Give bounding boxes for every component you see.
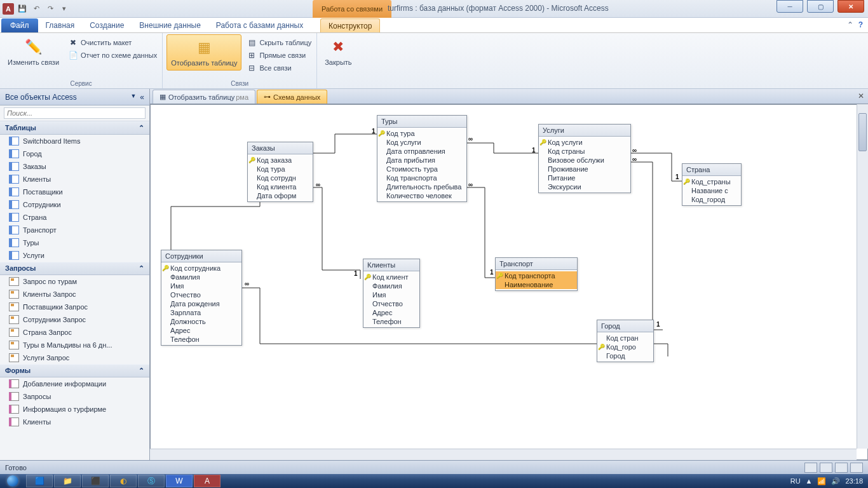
nav-category-tables[interactable]: Таблицы⌃ xyxy=(0,121,149,135)
tray-network-icon[interactable]: 📶 xyxy=(817,477,826,485)
table-field[interactable]: Дата прибытия xyxy=(377,156,466,165)
table-field[interactable]: Код услуги xyxy=(539,138,630,147)
table-field[interactable]: Код транспорта xyxy=(496,271,577,280)
view-button[interactable] xyxy=(804,463,817,473)
hide-table-button[interactable]: ▤Скрыть таблицу xyxy=(245,37,313,48)
table-field[interactable]: Экскурсии xyxy=(539,182,630,191)
nav-item[interactable]: Туры xyxy=(0,236,149,249)
redo-icon[interactable]: ↷ xyxy=(44,3,56,15)
table-field[interactable]: Зарплата xyxy=(161,308,241,317)
table-title[interactable]: Услуги xyxy=(539,125,630,137)
minimize-button[interactable]: ─ xyxy=(776,0,803,13)
table-field[interactable]: Код_город xyxy=(682,195,741,204)
table-field[interactable]: Дата рождения xyxy=(161,299,241,308)
schema-table-tury[interactable]: Туры Код тураКод услугиДата отправленияД… xyxy=(377,115,467,202)
nav-item[interactable]: Сотрудники xyxy=(0,198,149,211)
nav-item[interactable]: Туры в Мальдивы на 6 дн... xyxy=(0,339,149,351)
table-field[interactable]: Телефон xyxy=(161,335,241,344)
qat-dropdown-icon[interactable]: ▾ xyxy=(58,3,70,15)
nav-item[interactable]: Switchboard Items xyxy=(0,135,149,147)
taskbar-app[interactable]: 🟦 xyxy=(26,475,53,487)
nav-item[interactable]: Заказы xyxy=(0,160,149,173)
table-field[interactable]: Код страны xyxy=(539,147,630,156)
table-field[interactable]: Должность xyxy=(161,317,241,326)
table-title[interactable]: Транспорт xyxy=(496,258,577,270)
table-field[interactable]: Длительность пребыва xyxy=(377,182,466,191)
scroll-thumb[interactable] xyxy=(858,113,867,151)
table-field[interactable]: Код транспорта xyxy=(377,173,466,182)
table-field[interactable]: Дата отправления xyxy=(377,147,466,156)
app-logo-icon[interactable]: A xyxy=(3,3,14,15)
close-schema-button[interactable]: ✖ Закрыть xyxy=(321,34,355,69)
table-field[interactable]: Код_страны xyxy=(682,177,741,186)
table-field[interactable]: Адрес xyxy=(161,326,241,335)
nav-item[interactable]: Транспорт xyxy=(0,224,149,236)
tab-database-tools[interactable]: Работа с базами данных xyxy=(208,18,311,32)
nav-item[interactable]: Клиенты xyxy=(0,416,149,428)
nav-item[interactable]: Услуги xyxy=(0,249,149,262)
close-button[interactable]: ✕ xyxy=(837,0,864,13)
schema-table-zakazy[interactable]: Заказы Код заказаКод тураКод сотруднКод … xyxy=(247,142,313,202)
nav-collapse-icon[interactable]: « xyxy=(140,93,144,102)
nav-item[interactable]: Добавление информации xyxy=(0,377,149,390)
table-field[interactable]: Количество человек xyxy=(377,191,466,200)
taskbar-app[interactable]: ◐ xyxy=(110,475,137,487)
table-field[interactable]: Имя xyxy=(161,281,241,290)
schema-table-uslugi[interactable]: Услуги Код услугиКод страныВизовое обслу… xyxy=(538,124,631,193)
nav-item[interactable]: Город xyxy=(0,147,149,160)
direct-relationships-button[interactable]: ⊞Прямые связи xyxy=(245,50,313,61)
view-button[interactable] xyxy=(850,463,863,473)
table-field[interactable]: Код сотрудн xyxy=(248,173,313,182)
schema-table-sotrudniki[interactable]: Сотрудники Код сотрудникаФамилияИмяОтчес… xyxy=(161,250,242,346)
doc-tab-schema[interactable]: ⊶ Схема данных xyxy=(257,90,327,104)
doc-tab-show-table[interactable]: ▦ Отобразить таблицу рма xyxy=(153,90,255,104)
nav-item[interactable]: Услуги Запрос xyxy=(0,351,149,364)
table-title[interactable]: Заказы xyxy=(248,142,313,154)
edit-relationships-button[interactable]: ✏️ Изменить связи xyxy=(4,34,63,69)
relationship-report-button[interactable]: 📄Отчет по схеме данных xyxy=(67,50,158,61)
nav-item[interactable]: Поставщики xyxy=(0,186,149,198)
table-field[interactable]: Код_горо xyxy=(597,342,653,351)
table-title[interactable]: Город xyxy=(597,320,653,332)
nav-item[interactable]: Запросы xyxy=(0,390,149,403)
horizontal-scrollbar[interactable] xyxy=(150,449,857,460)
table-field[interactable]: Код тура xyxy=(377,129,466,138)
nav-category-queries[interactable]: Запросы⌃ xyxy=(0,262,149,275)
table-title[interactable]: Страна xyxy=(682,164,741,176)
help-icon[interactable]: ? xyxy=(858,20,863,29)
table-field[interactable]: Код стран xyxy=(597,334,653,342)
taskbar-app[interactable]: 📁 xyxy=(54,475,81,487)
table-field[interactable]: Код услуги xyxy=(377,138,466,147)
table-field[interactable]: Код клиент xyxy=(363,273,419,281)
nav-filter-dropdown-icon[interactable]: ▼ xyxy=(130,93,136,102)
table-field[interactable]: Код сотрудника xyxy=(161,264,241,273)
table-field[interactable]: Визовое обслужи xyxy=(539,156,630,165)
undo-icon[interactable]: ↶ xyxy=(31,3,42,15)
table-field[interactable]: Стоимость тура xyxy=(377,165,466,173)
tab-external-data[interactable]: Внешние данные xyxy=(132,18,208,32)
nav-item[interactable]: Поставщики Запрос xyxy=(0,301,149,313)
nav-item[interactable]: Страна Запрос xyxy=(0,326,149,339)
minimize-ribbon-icon[interactable]: ⌃ xyxy=(847,20,853,29)
all-relationships-button[interactable]: ⊟Все связи xyxy=(245,62,313,74)
table-title[interactable]: Сотрудники xyxy=(161,250,241,262)
table-field[interactable]: Адрес xyxy=(363,308,419,317)
nav-item[interactable]: Клиенты Запрос xyxy=(0,288,149,301)
schema-table-strana[interactable]: Страна Код_страныНазвание сКод_город xyxy=(682,163,742,206)
nav-item[interactable]: Страна xyxy=(0,211,149,224)
nav-item[interactable]: Запрос по турам xyxy=(0,275,149,288)
nav-item[interactable]: Сотрудники Запрос xyxy=(0,313,149,326)
nav-item[interactable]: Информация о турфирме xyxy=(0,403,149,416)
taskbar-app[interactable]: A xyxy=(194,475,220,487)
tab-design[interactable]: Конструктор xyxy=(320,18,380,32)
taskbar-app[interactable]: Ⓢ xyxy=(138,475,165,487)
table-field[interactable]: Дата оформ xyxy=(248,191,313,200)
table-field[interactable]: Наименование xyxy=(496,280,577,289)
table-field[interactable]: Отчество xyxy=(363,299,419,308)
tray-language[interactable]: RU xyxy=(790,477,801,485)
doc-tab-close-icon[interactable]: ✕ xyxy=(858,92,864,100)
clear-layout-button[interactable]: ✖Очистить макет xyxy=(67,37,158,48)
table-field[interactable]: Название с xyxy=(682,186,741,195)
show-table-button[interactable]: ▦ Отобразить таблицу xyxy=(166,34,241,71)
table-field[interactable]: Город xyxy=(597,351,653,360)
